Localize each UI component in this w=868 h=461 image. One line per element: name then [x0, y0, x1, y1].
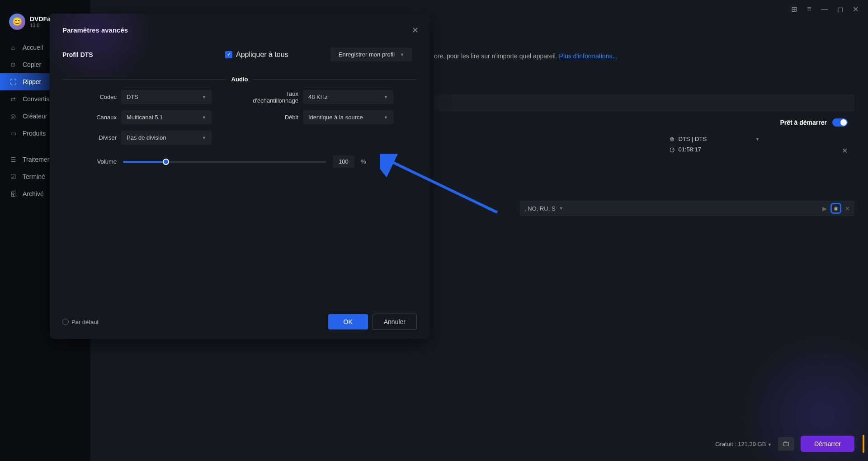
audio-section-header: Audio: [50, 72, 429, 90]
codec-label: Codec: [62, 94, 117, 100]
sidebar-item-label: Traitement: [23, 156, 52, 163]
cancel-button[interactable]: Annuler: [373, 314, 417, 330]
ready-label: Prêt à démarrer: [780, 119, 827, 126]
subtitle-edit-button[interactable]: ◉: [830, 203, 841, 214]
copy-icon: ⊙: [9, 61, 17, 69]
convert-icon: ⇄: [9, 95, 17, 103]
ready-row: Prêt à démarrer: [434, 116, 854, 129]
bottom-bar: Gratuit : 121.30 GB ▼ 🗀 Démarrer: [715, 436, 854, 452]
split-label: Diviser: [62, 134, 117, 141]
sidebar-item-label: Archivé: [23, 190, 44, 198]
sidebar-item-label: Accueil: [23, 44, 43, 51]
split-dropdown[interactable]: Pas de division ▼: [121, 131, 212, 145]
slider-thumb[interactable]: [163, 159, 169, 165]
chevron-down-icon[interactable]: ▼: [559, 206, 563, 211]
products-icon: ▭: [9, 129, 17, 137]
channels-label: Canaux: [62, 114, 117, 121]
app-logo-icon: 😊: [9, 14, 25, 30]
side-indicator: [863, 435, 864, 453]
menu-icon[interactable]: ≡: [806, 5, 813, 13]
creator-icon: ◎: [9, 112, 17, 120]
channels-value: Multicanal 5.1: [127, 114, 163, 121]
bitrate-label: Débit: [244, 114, 298, 121]
chevron-down-icon: ▼: [202, 136, 206, 140]
sidebar-item-label: Créateur: [23, 113, 47, 120]
subtitle-langs: , NO, RU, S: [524, 205, 556, 212]
remove-subtitle-icon[interactable]: ✕: [845, 205, 850, 212]
done-icon: ☑: [9, 173, 17, 181]
free-space[interactable]: Gratuit : 121.30 GB ▼: [715, 441, 772, 447]
subtitle-row: , NO, RU, S ▼ ▶ ◉ ✕: [520, 201, 854, 216]
bitrate-dropdown[interactable]: Identique à la source ▼: [303, 110, 393, 124]
sidebar-item-label: Produits: [23, 130, 46, 137]
archive-icon: 🗄: [9, 190, 17, 198]
audio-form: Codec DTS ▼ Taux d'échantillonnage 48 KH…: [50, 90, 429, 145]
audio-track[interactable]: DTS | DTS: [678, 136, 707, 142]
minimize-icon[interactable]: —: [821, 5, 828, 13]
remove-item-icon[interactable]: ✕: [842, 146, 848, 155]
play-icon[interactable]: ▶: [822, 205, 827, 212]
subtitle-edit-icon: ◉: [834, 205, 838, 212]
checkbox-checked-icon: ✓: [225, 51, 232, 58]
hint-suffix: ore, pour les lire sur n'importe quel ap…: [434, 52, 559, 60]
channels-dropdown[interactable]: Multicanal 5.1 ▼: [121, 110, 212, 124]
home-icon: ⌂: [9, 43, 17, 52]
ready-toggle[interactable]: [832, 118, 848, 127]
hint-text: ore, pour les lire sur n'importe quel ap…: [434, 52, 618, 60]
gift-icon[interactable]: ⊞: [790, 5, 797, 13]
ok-button[interactable]: OK: [328, 314, 368, 329]
processing-icon: ☰: [9, 155, 17, 164]
profile-label: Profil DTS: [62, 51, 117, 58]
output-folder-button[interactable]: 🗀: [778, 437, 794, 451]
more-info-link[interactable]: Plus d'informations...: [559, 52, 618, 60]
sidebar-item-label: Ripper: [23, 78, 41, 85]
radio-unchecked-icon: [62, 319, 69, 325]
samplerate-value: 48 KHz: [308, 94, 328, 100]
samplerate-label: Taux d'échantillonnage: [244, 90, 298, 104]
volume-slider[interactable]: [123, 161, 326, 163]
modal-title: Paramètres avancés: [50, 26, 429, 43]
duration: 01:58:17: [678, 146, 701, 153]
codec-dropdown[interactable]: DTS ▼: [121, 90, 212, 104]
source-bar: [434, 95, 854, 111]
volume-label: Volume: [62, 158, 117, 165]
chevron-down-icon: ▼: [202, 115, 206, 120]
clock-icon: ◷: [670, 146, 675, 153]
volume-input[interactable]: [333, 155, 354, 168]
save-profile-dropdown[interactable]: Enregistrer mon profil ▼: [330, 47, 412, 61]
advanced-settings-modal: Paramètres avancés ✕ Profil DTS ✓ Appliq…: [50, 14, 429, 339]
default-radio[interactable]: Par défaut: [62, 319, 99, 325]
titlebar: ⊞ ≡ — ◻ ✕: [781, 0, 868, 18]
section-title: Audio: [231, 76, 248, 83]
folder-icon: 🗀: [783, 440, 790, 448]
ripper-icon: ⛶: [9, 78, 17, 86]
bitrate-value: Identique à la source: [308, 114, 363, 121]
close-window-icon[interactable]: ✕: [852, 5, 859, 13]
sidebar-item-label: Terminé: [23, 173, 45, 180]
close-icon[interactable]: ✕: [412, 25, 419, 35]
chevron-down-icon: ▼: [400, 52, 404, 57]
save-profile-label: Enregistrer mon profil: [339, 51, 395, 58]
apply-all-label: Appliquer à tous: [236, 51, 288, 59]
apply-all-checkbox[interactable]: ✓ Appliquer à tous: [225, 51, 288, 59]
chevron-down-icon: ▼: [384, 95, 388, 99]
volume-row: Volume %: [50, 145, 429, 168]
chevron-down-icon: ▼: [202, 95, 206, 99]
start-button[interactable]: Démarrer: [801, 436, 854, 452]
samplerate-dropdown[interactable]: 48 KHz ▼: [303, 90, 393, 104]
profile-row: Profil DTS ✓ Appliquer à tous Enregistre…: [50, 43, 429, 72]
modal-footer: Par défaut OK Annuler: [50, 314, 429, 330]
sidebar-item-label: Copier: [23, 61, 41, 68]
maximize-icon[interactable]: ◻: [836, 5, 844, 13]
item-info: ⊜ DTS | DTS ▼ ◷ 01:58:17: [670, 136, 760, 153]
chevron-down-icon[interactable]: ▼: [755, 137, 760, 141]
split-value: Pas de division: [127, 134, 166, 141]
volume-unit: %: [361, 158, 366, 165]
codec-value: DTS: [127, 94, 138, 100]
chevron-down-icon: ▼: [384, 115, 388, 120]
default-label: Par défaut: [71, 319, 99, 325]
audio-codec-icon: ⊜: [670, 136, 675, 142]
